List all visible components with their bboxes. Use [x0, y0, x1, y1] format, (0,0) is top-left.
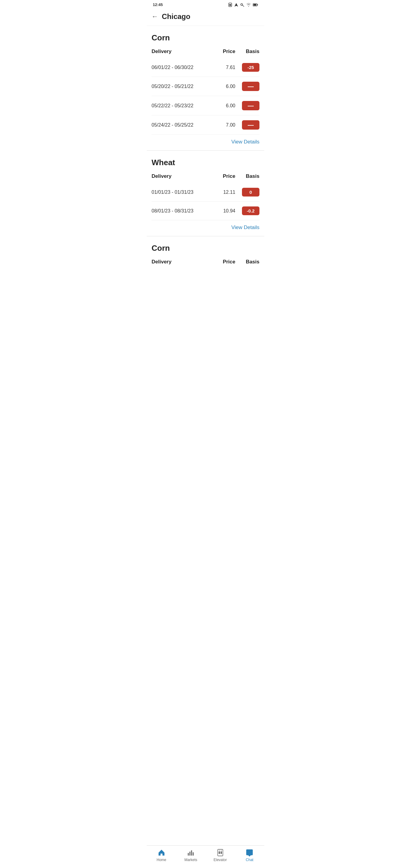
row-delivery: 08/01/23 - 08/31/23 — [152, 208, 208, 214]
wheat-title: Wheat — [152, 158, 259, 167]
corn-1-view-details-link[interactable]: View Details — [231, 139, 259, 145]
battery-icon — [253, 3, 258, 7]
basis-badge: -25 — [242, 63, 259, 72]
svg-rect-1 — [229, 4, 231, 6]
row-delivery: 05/24/22 - 05/25/22 — [152, 122, 208, 128]
row-price: 6.00 — [208, 103, 235, 108]
basis-badge: — — [242, 82, 259, 91]
status-time: 12:45 — [153, 2, 163, 7]
basis-badge: — — [242, 101, 259, 110]
wheat-section: Wheat Delivery Price Basis 01/01/23 - 01… — [147, 151, 264, 236]
row-price: 7.00 — [208, 122, 235, 128]
nav-item-chat[interactable]: Chat — [235, 849, 264, 862]
corn-2-table-header: Delivery Price Basis — [152, 259, 259, 269]
nav-label-chat: Chat — [246, 858, 253, 862]
row-price: 7.61 — [208, 65, 235, 70]
row-basis: -0.2 — [235, 207, 259, 215]
corn-1-table-header: Delivery Price Basis — [152, 49, 259, 58]
row-basis: -25 — [235, 63, 259, 72]
back-button[interactable]: ← — [152, 13, 158, 21]
nav-item-markets[interactable]: Markets — [176, 849, 206, 862]
elevator-icon — [216, 849, 224, 857]
svg-marker-2 — [234, 3, 238, 7]
nav-item-home[interactable]: Home — [147, 849, 176, 862]
row-basis: — — [235, 120, 259, 130]
home-icon — [158, 849, 165, 857]
row-price: 6.00 — [208, 84, 235, 89]
table-row: 05/22/22 - 05/23/22 6.00 — — [152, 96, 259, 116]
bottom-nav: Home Markets Elevator Chat — [147, 845, 264, 868]
markets-icon — [187, 849, 195, 857]
sim-icon — [228, 3, 232, 7]
svg-rect-13 — [218, 851, 220, 854]
table-row: 05/20/22 - 05/21/22 6.00 — — [152, 77, 259, 96]
table-row: 06/01/22 - 06/30/22 7.61 -25 — [152, 58, 259, 77]
corn-1-col-basis: Basis — [235, 49, 259, 55]
row-delivery: 05/22/22 - 05/23/22 — [152, 103, 208, 108]
table-row: 08/01/23 - 08/31/23 10.94 -0.2 — [152, 202, 259, 220]
svg-rect-7 — [257, 4, 258, 5]
nav-label-home: Home — [157, 858, 166, 862]
wheat-col-delivery: Delivery — [152, 173, 208, 179]
page-title: Chicago — [162, 12, 190, 21]
nav-label-markets: Markets — [184, 858, 197, 862]
row-basis: — — [235, 101, 259, 110]
svg-line-4 — [243, 5, 244, 7]
svg-rect-6 — [253, 4, 256, 6]
row-basis: — — [235, 82, 259, 91]
row-delivery: 06/01/22 - 06/30/22 — [152, 65, 208, 70]
wheat-table-header: Delivery Price Basis — [152, 173, 259, 183]
corn-2-col-price: Price — [208, 259, 235, 265]
view-details-row: View Details — [152, 220, 259, 236]
svg-rect-9 — [190, 852, 190, 856]
basis-badge: — — [242, 120, 259, 130]
wheat-col-basis: Basis — [235, 173, 259, 179]
corn-section-2: Corn Delivery Price Basis — [147, 236, 264, 269]
navigation-icon — [234, 3, 238, 7]
corn-2-col-delivery: Delivery — [152, 259, 208, 265]
basis-badge: 0 — [242, 188, 259, 196]
row-price: 10.94 — [208, 208, 235, 214]
svg-rect-14 — [221, 851, 222, 854]
wheat-col-price: Price — [208, 173, 235, 179]
row-price: 12.11 — [208, 190, 235, 195]
corn-1-col-price: Price — [208, 49, 235, 55]
svg-rect-10 — [191, 850, 192, 855]
basis-badge: -0.2 — [242, 207, 259, 215]
corn-2-title: Corn — [152, 244, 259, 253]
view-details-row: View Details — [152, 135, 259, 150]
row-delivery: 01/01/23 - 01/31/23 — [152, 190, 208, 195]
corn-2-col-basis: Basis — [235, 259, 259, 265]
status-bar: 12:45 — [147, 0, 264, 9]
corn-section-1: Corn Delivery Price Basis 06/01/22 - 06/… — [147, 26, 264, 150]
svg-point-3 — [241, 4, 243, 5]
chat-icon — [246, 849, 253, 857]
corn-1-title: Corn — [152, 33, 259, 42]
nav-label-elevator: Elevator — [214, 858, 227, 862]
corn-1-col-delivery: Delivery — [152, 49, 208, 55]
page-header: ← Chicago — [147, 9, 264, 26]
svg-rect-11 — [193, 852, 194, 856]
table-row: 01/01/23 - 01/31/23 12.11 0 — [152, 183, 259, 202]
nav-item-elevator[interactable]: Elevator — [205, 849, 235, 862]
wifi-icon — [246, 3, 251, 7]
status-icons — [228, 3, 258, 7]
wheat-view-details-link[interactable]: View Details — [231, 224, 259, 230]
svg-rect-8 — [188, 853, 189, 856]
content-scroll: Corn Delivery Price Basis 06/01/22 - 06/… — [147, 26, 264, 299]
row-basis: 0 — [235, 188, 259, 196]
key-icon — [240, 3, 244, 7]
row-delivery: 05/20/22 - 05/21/22 — [152, 84, 208, 89]
svg-rect-12 — [218, 849, 223, 856]
table-row: 05/24/22 - 05/25/22 7.00 — — [152, 116, 259, 135]
